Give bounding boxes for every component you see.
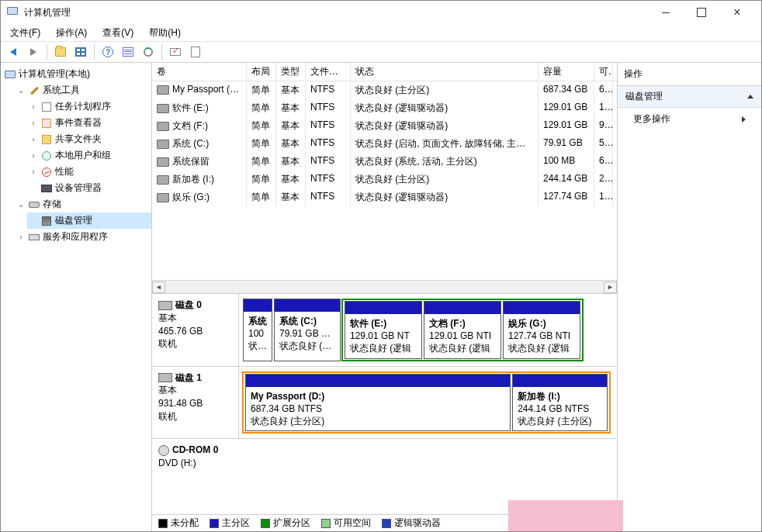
maximize-button[interactable]	[684, 1, 719, 24]
col-type[interactable]: 类型	[276, 63, 306, 81]
properties-button[interactable]	[166, 43, 185, 60]
volume-row[interactable]: 软件 (E:)简单基本NTFS状态良好 (逻辑驱动器)129.01 GB10	[152, 99, 617, 117]
partition-status: 状态良好 (逻辑	[350, 342, 417, 354]
disk-row[interactable]: 磁盘 0 基本 465.76 GB 联机 系统100状态良好 系统 (C:)79…	[152, 294, 617, 367]
menu-view[interactable]: 查看(V)	[96, 25, 140, 41]
toolbar-separator	[47, 44, 47, 60]
close-button[interactable]: ×	[719, 1, 755, 24]
app-icon	[7, 6, 19, 19]
expand-icon[interactable]: ›	[29, 119, 38, 127]
expand-icon[interactable]: ›	[29, 168, 38, 176]
tree-root[interactable]: 计算机管理(本地)	[2, 66, 151, 82]
back-button[interactable]	[4, 43, 23, 60]
action-more[interactable]: 更多操作	[618, 108, 761, 130]
partition-header	[246, 375, 510, 387]
up-button[interactable]	[51, 43, 70, 60]
menu-action[interactable]: 操作(A)	[50, 25, 93, 41]
volume-fs: NTFS	[306, 188, 351, 206]
col-filesystem[interactable]: 文件系统	[306, 63, 351, 81]
tree-local-users[interactable]: ›本地用户和组	[27, 147, 151, 164]
volume-capacity: 100 MB	[539, 153, 594, 171]
performance-icon	[42, 168, 51, 177]
tree-device-manager[interactable]: 设备管理器	[27, 180, 151, 196]
actions-header: 操作	[618, 63, 761, 86]
partition[interactable]: 娱乐 (G:)127.74 GB NTI状态良好 (逻辑	[503, 301, 580, 359]
collapse-icon[interactable]: ⌄	[16, 86, 26, 95]
grid-icon	[75, 47, 86, 57]
volume-row[interactable]: My Passport (D:)简单基本NTFS状态良好 (主分区)687.34…	[152, 81, 617, 99]
partition[interactable]: 系统100状态良好	[243, 299, 272, 361]
volume-capacity: 127.74 GB	[539, 188, 594, 206]
partition[interactable]: 新加卷 (I:)244.14 GB NTFS状态良好 (主分区)	[512, 374, 608, 432]
tree-system-tools[interactable]: ⌄ 系统工具	[15, 82, 151, 98]
partition-meta: 687.34 GB NTFS	[251, 402, 505, 415]
volume-free: 24	[594, 171, 613, 188]
tree-label: 磁盘管理	[55, 214, 92, 227]
tree-storage[interactable]: ⌄ 存储	[15, 196, 151, 212]
expand-icon[interactable]: ›	[29, 151, 38, 160]
list-button[interactable]	[119, 43, 137, 60]
refresh-button[interactable]	[139, 43, 158, 60]
disk-row[interactable]: 磁盘 1 基本 931.48 GB 联机 My Passport (D:)687…	[152, 367, 617, 440]
tree-event-viewer[interactable]: ›事件查看器	[27, 115, 151, 131]
tree-performance[interactable]: ›性能	[27, 164, 151, 180]
partition-meta: 244.14 GB NTFS	[518, 402, 602, 415]
volume-name: 文档 (F:)	[172, 120, 208, 131]
disk-name: CD-ROM 0	[172, 444, 218, 455]
expand-icon[interactable]: ›	[16, 233, 26, 241]
view-button[interactable]	[71, 43, 90, 60]
menu-bar: 文件(F) 操作(A) 查看(V) 帮助(H)	[1, 24, 761, 41]
doc-button[interactable]	[186, 43, 205, 60]
forward-button[interactable]	[24, 43, 43, 60]
help-button[interactable]: ?	[99, 43, 117, 60]
horizontal-scrollbar[interactable]: ◄ ►	[152, 280, 617, 293]
partition[interactable]: 软件 (E:)129.01 GB NT状态良好 (逻辑	[345, 301, 422, 359]
volume-icon	[157, 157, 169, 167]
volume-row[interactable]: 新加卷 (I:)简单基本NTFS状态良好 (主分区)244.14 GB24	[152, 171, 617, 188]
menu-help[interactable]: 帮助(H)	[143, 25, 187, 41]
wrench-icon	[30, 86, 39, 95]
partition-name: 系统 (C:)	[279, 315, 335, 327]
services-icon	[29, 234, 40, 240]
partition-status: 状态良好 (启动	[279, 340, 335, 352]
volume-status: 状态良好 (系统, 活动, 主分区)	[351, 153, 539, 171]
tree-shared-folders[interactable]: ›共享文件夹	[27, 131, 151, 147]
actions-section[interactable]: 磁盘管理	[618, 86, 761, 108]
share-icon	[42, 135, 51, 144]
partition[interactable]: 文档 (F:)129.01 GB NTI状态良好 (逻辑	[424, 301, 501, 359]
device-icon	[41, 185, 52, 192]
col-status[interactable]: 状态	[351, 63, 539, 81]
document-icon	[191, 47, 200, 57]
expand-icon[interactable]: ›	[29, 102, 38, 111]
volume-fs: NTFS	[306, 99, 351, 117]
disk-row-cdrom[interactable]: CD-ROM 0 DVD (H:)	[152, 439, 617, 475]
scroll-left-button[interactable]: ◄	[152, 282, 165, 293]
partition-status: 状态良好	[248, 340, 267, 352]
col-capacity[interactable]: 容量	[539, 63, 594, 81]
volume-row[interactable]: 系统保留简单基本NTFS状态良好 (系统, 活动, 主分区)100 MB65	[152, 153, 617, 171]
volume-row[interactable]: 娱乐 (G:)简单基本NTFS状态良好 (逻辑驱动器)127.74 GB11	[152, 188, 617, 206]
partition[interactable]: My Passport (D:)687.34 GB NTFS状态良好 (主分区)	[245, 374, 511, 432]
partition[interactable]: 系统 (C:)79.91 GB NTF状态良好 (启动	[274, 299, 341, 361]
volume-row[interactable]: 文档 (F:)简单基本NTFS状态良好 (逻辑驱动器)129.01 GB94	[152, 117, 617, 135]
volume-status: 状态良好 (主分区)	[351, 81, 539, 99]
minimize-button[interactable]	[648, 1, 684, 24]
tree-task-scheduler[interactable]: ›任务计划程序	[27, 98, 151, 115]
disk-mgmt-icon	[42, 216, 51, 226]
col-layout[interactable]: 布局	[247, 63, 276, 81]
tree-services-apps[interactable]: › 服务和应用程序	[15, 229, 151, 245]
help-icon: ?	[102, 47, 113, 57]
volume-type: 基本	[276, 135, 306, 153]
collapse-icon[interactable]: ⌄	[16, 200, 26, 209]
volume-fs: NTFS	[306, 153, 351, 171]
tree-disk-management[interactable]: 磁盘管理	[27, 212, 151, 229]
col-volume[interactable]: 卷	[152, 63, 247, 81]
col-free[interactable]: 可	[594, 63, 613, 81]
scroll-right-button[interactable]: ►	[604, 282, 617, 293]
volume-icon	[157, 175, 169, 185]
menu-file[interactable]: 文件(F)	[4, 25, 47, 41]
extended-partition-group: 软件 (E:)129.01 GB NT状态良好 (逻辑 文档 (F:)129.0…	[341, 299, 584, 361]
legend-label: 主分区	[222, 516, 250, 530]
volume-row[interactable]: 系统 (C:)简单基本NTFS状态良好 (启动, 页面文件, 故障转储, 主分区…	[152, 135, 617, 153]
expand-icon[interactable]: ›	[29, 135, 38, 143]
